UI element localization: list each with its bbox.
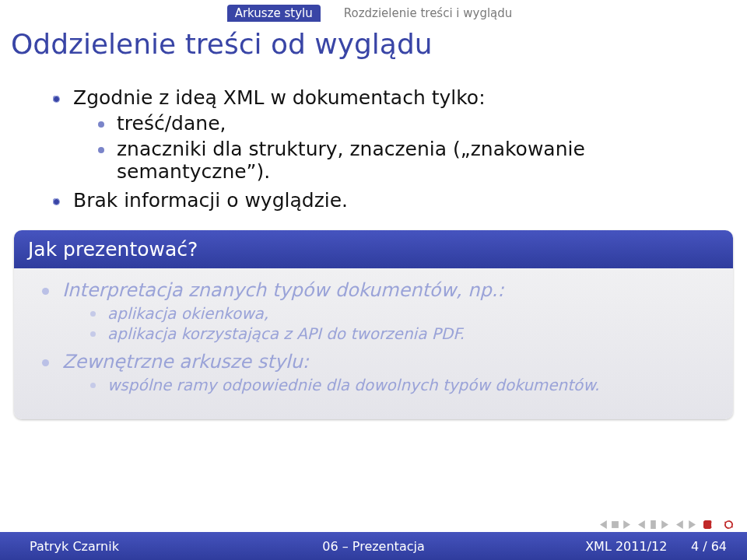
- svg-marker-3: [638, 520, 645, 529]
- text: Zgodnie z ideą XML w dokumentach tylko:: [73, 86, 486, 109]
- callout-body: Interpretacja znanych typów dokumentów, …: [14, 268, 733, 419]
- footer-right: XML 2011/12 4 / 64: [545, 539, 747, 554]
- nav-back[interactable]: [703, 520, 712, 529]
- square-icon: [611, 520, 619, 529]
- list-item: Zgodnie z ideą XML w dokumentach tylko: …: [53, 86, 713, 183]
- nav-prev-section[interactable]: [638, 520, 668, 529]
- text: aplikacja korzystająca z API do tworzeni…: [107, 324, 465, 343]
- bullet-icon: [42, 359, 49, 366]
- svg-marker-2: [623, 520, 630, 529]
- list-item: treść/dane,: [98, 112, 713, 135]
- svg-marker-6: [676, 520, 683, 529]
- nav-section[interactable]: Arkusze stylu: [227, 5, 321, 22]
- text: aplikacja okienkowa,: [107, 304, 268, 323]
- list-item: aplikacja okienkowa,: [90, 304, 719, 323]
- nav-refresh[interactable]: [724, 520, 733, 529]
- triangle-right-icon: [622, 520, 630, 529]
- footer-author: Patryk Czarnik: [0, 539, 202, 554]
- nav-prev-frame[interactable]: [676, 520, 696, 529]
- list-item: wspólne ramy odpowiednie dla dowolnych t…: [90, 376, 719, 394]
- list-item: Interpretacja znanych typów dokumentów, …: [42, 279, 719, 343]
- text: Zewnętrzne arkusze stylu:: [62, 351, 309, 373]
- bullet-icon: [98, 121, 104, 128]
- breadcrumb: Arkusze stylu Rozdzielenie treści i wygl…: [0, 0, 747, 22]
- text: znaczniki dla struktury, znaczenia („zna…: [117, 138, 585, 183]
- list-item: Zewnętrzne arkusze stylu: wspólne ramy o…: [42, 351, 719, 394]
- bullet-icon: [53, 198, 60, 205]
- doc-icon: [649, 520, 658, 529]
- footer-page: 4 / 64: [691, 539, 727, 554]
- bullet-icon: [90, 383, 96, 388]
- svg-rect-1: [612, 521, 619, 528]
- footer-course: XML 2011/12: [585, 539, 667, 554]
- footer-doc: 06 – Prezentacja: [202, 539, 545, 554]
- triangle-left-icon: [600, 520, 608, 529]
- undo-left-icon: [703, 520, 712, 529]
- svg-marker-0: [600, 520, 607, 529]
- callout-block: Jak prezentować? Interpretacja znanych t…: [14, 230, 733, 419]
- body: Zgodnie z ideą XML w dokumentach tylko: …: [0, 60, 747, 212]
- text: Brak informacji o wyglądzie.: [73, 189, 348, 212]
- refresh-icon: [724, 520, 733, 529]
- nav-subsection[interactable]: Rozdzielenie treści i wyglądu: [336, 5, 521, 22]
- bullet-icon: [98, 147, 104, 153]
- svg-rect-4: [651, 520, 656, 529]
- list-item: aplikacja korzystająca z API do tworzeni…: [90, 324, 719, 343]
- callout-title: Jak prezentować?: [14, 230, 733, 268]
- slide-nav-controls: [600, 520, 733, 529]
- svg-marker-7: [689, 520, 696, 529]
- bullet-icon: [42, 288, 49, 295]
- bullet-icon: [90, 331, 96, 337]
- bullet-icon: [53, 96, 60, 103]
- svg-marker-5: [661, 520, 668, 529]
- list-item: Brak informacji o wyglądzie.: [53, 189, 713, 212]
- footer: Patryk Czarnik 06 – Prezentacja XML 2011…: [0, 532, 747, 560]
- triangle-right-icon: [660, 520, 668, 529]
- bullet-icon: [90, 311, 96, 317]
- nav-prev-slide[interactable]: [600, 520, 630, 529]
- triangle-right-icon: [687, 520, 696, 529]
- triangle-left-icon: [676, 520, 685, 529]
- page-title: Oddzielenie treści od wyglądu: [11, 28, 747, 60]
- triangle-left-icon: [638, 520, 647, 529]
- list-item: znaczniki dla struktury, znaczenia („zna…: [98, 138, 713, 183]
- text: treść/dane,: [117, 112, 226, 135]
- text: Interpretacja znanych typów dokumentów, …: [62, 279, 504, 301]
- text: wspólne ramy odpowiednie dla dowolnych t…: [107, 376, 599, 394]
